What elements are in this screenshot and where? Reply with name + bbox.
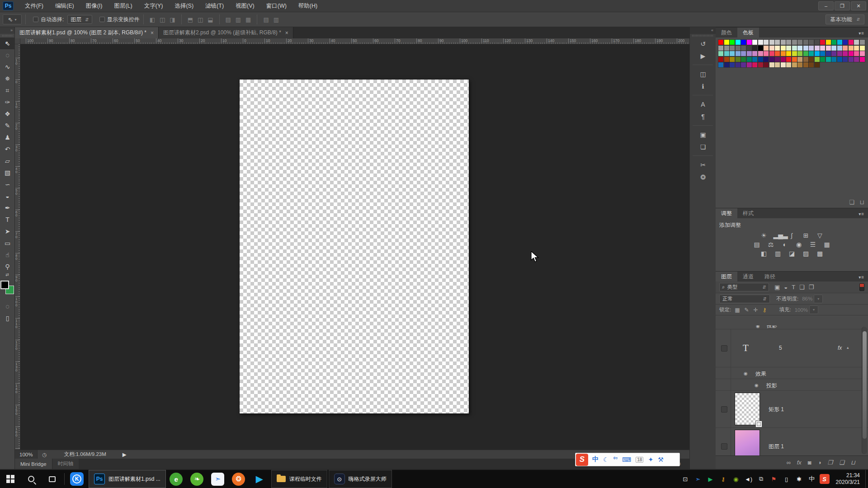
color-swatch[interactable] — [792, 51, 797, 56]
close-tab-icon[interactable]: × — [285, 30, 288, 36]
color-swatch[interactable] — [826, 57, 831, 62]
layer-filter-icon[interactable]: ❐ — [809, 284, 814, 291]
start-button[interactable] — [0, 470, 21, 488]
tab-styles[interactable]: 样式 — [737, 208, 759, 218]
zoom-tool[interactable]: ⚲ — [0, 261, 15, 272]
show-desktop-button[interactable] — [865, 470, 868, 488]
notes-panel-icon[interactable]: ❏ — [690, 141, 716, 153]
adjustment-icon[interactable]: ▽ — [816, 232, 825, 239]
color-swatch[interactable] — [820, 40, 825, 45]
color-swatch[interactable] — [786, 62, 791, 67]
color-swatch[interactable] — [849, 51, 854, 56]
tray-battery[interactable]: ▯ — [782, 474, 792, 484]
color-swatch[interactable] — [747, 57, 752, 62]
marquee-tool[interactable]: ◌ — [0, 49, 15, 61]
adjustment-icon[interactable]: ☀ — [760, 232, 769, 239]
color-swatch[interactable] — [769, 51, 774, 56]
panel-menu-icon[interactable]: ▾≡ — [859, 275, 864, 280]
color-swatch[interactable] — [752, 46, 757, 51]
lasso-tool[interactable]: ∿ — [0, 61, 15, 73]
color-swatch[interactable] — [815, 40, 820, 45]
color-swatch[interactable] — [724, 46, 729, 51]
color-swatch[interactable] — [849, 40, 854, 45]
color-swatch[interactable] — [769, 46, 774, 51]
layers-action-icon[interactable]: ❏ — [839, 459, 844, 466]
color-swatch[interactable] — [826, 46, 831, 51]
layer-filter-icon[interactable]: ◒ — [784, 284, 788, 291]
color-swatch[interactable] — [831, 57, 836, 62]
color-swatch[interactable] — [747, 46, 752, 51]
dodge-tool[interactable]: ◒ — [0, 190, 15, 202]
paragraph-panel-icon[interactable]: ¶ — [690, 110, 716, 122]
color-swatch[interactable] — [837, 57, 842, 62]
auto-select-checkbox[interactable] — [33, 17, 38, 22]
character-panel-icon[interactable]: A — [690, 98, 716, 110]
color-swatch[interactable] — [736, 46, 741, 51]
color-swatch[interactable] — [741, 46, 746, 51]
color-swatch[interactable] — [803, 57, 808, 62]
panel-grip[interactable] — [692, 35, 713, 37]
lock-icon[interactable]: ✛ — [754, 307, 758, 313]
adjustment-icon[interactable]: ▤ — [752, 241, 761, 248]
color-swatch[interactable] — [803, 46, 808, 51]
color-swatch[interactable] — [781, 40, 786, 45]
color-swatch[interactable] — [730, 62, 735, 67]
brush-tool[interactable]: ✎ — [0, 120, 15, 131]
restore-button[interactable]: ❐ — [835, 1, 850, 10]
taskbar-task-folder[interactable]: 课程临时文件 — [271, 470, 327, 488]
magic-wand-tool[interactable]: ✵ — [0, 73, 15, 84]
color-swatch[interactable] — [758, 46, 763, 51]
adjustment-icon[interactable]: ◪ — [788, 250, 797, 257]
color-swatch[interactable] — [747, 51, 752, 56]
adjustment-icon[interactable]: ◐ — [780, 241, 789, 248]
color-swatch[interactable] — [815, 46, 820, 51]
color-swatch[interactable] — [837, 51, 842, 56]
clone-source-panel-icon[interactable]: ✂ — [690, 159, 716, 171]
swap-colors-icon[interactable]: ⇄ — [0, 272, 14, 278]
expand-panels-icon[interactable]: « — [690, 27, 716, 34]
status-expand-icon[interactable]: ▶ — [123, 451, 127, 458]
color-swatch[interactable] — [775, 40, 780, 45]
taskbar-task-recorder[interactable]: ⊙ 嗨格式录屏大师 — [329, 470, 392, 488]
visibility-eye-icon[interactable]: ◉ — [755, 383, 759, 388]
visibility-checkbox[interactable] — [721, 345, 727, 352]
ime-mode-zh[interactable]: 中 — [592, 455, 599, 464]
adjustment-icon[interactable]: ∫ — [788, 232, 797, 239]
sogou-browser[interactable]: ❂ — [228, 470, 249, 488]
color-swatch[interactable] — [786, 51, 791, 56]
color-swatch[interactable] — [792, 57, 797, 62]
lock-icon[interactable]: ▦ — [735, 307, 740, 313]
color-swatch[interactable] — [815, 57, 820, 62]
color-swatch[interactable] — [764, 51, 769, 56]
color-swatch[interactable] — [764, 57, 769, 62]
task-view-button[interactable] — [42, 470, 62, 488]
color-swatch[interactable] — [860, 51, 865, 56]
panel-grip[interactable] — [2, 35, 12, 37]
color-swatch[interactable] — [815, 62, 820, 67]
color-swatch[interactable] — [758, 57, 763, 62]
menu-layer[interactable]: 图层(L) — [108, 0, 138, 12]
color-swatch[interactable] — [809, 46, 814, 51]
adjustment-icon[interactable]: ▥ — [774, 250, 783, 257]
ime-skin-icon[interactable]: ✦ — [648, 456, 653, 463]
color-swatch[interactable] — [724, 51, 729, 56]
menu-view[interactable]: 视图(V) — [230, 0, 260, 12]
color-swatch[interactable] — [769, 57, 774, 62]
color-swatch[interactable] — [831, 46, 836, 51]
adjustment-icon[interactable]: ▨ — [802, 250, 811, 257]
color-swatch[interactable] — [730, 40, 735, 45]
tencent-video[interactable]: ▶ — [249, 470, 270, 488]
tab-channels[interactable]: 通道 — [737, 272, 759, 282]
visibility-eye-icon[interactable]: ◉ — [744, 371, 748, 376]
layer-filter-icon[interactable]: T — [792, 284, 795, 291]
color-swatch[interactable] — [736, 62, 741, 67]
layer-row-rectangle-1[interactable]: 矩形 1 — [716, 391, 868, 428]
layers-action-icon[interactable]: ◑ — [818, 459, 821, 466]
pen-tool[interactable]: ✒ — [0, 202, 15, 214]
color-swatch[interactable] — [781, 57, 786, 62]
adjustment-icon[interactable]: ⊞ — [802, 232, 811, 239]
visibility-eye-icon[interactable]: ◉ — [756, 325, 760, 328]
horizontal-ruler[interactable]: 1009080706050403020100102030405060708090… — [20, 38, 689, 44]
color-swatch[interactable] — [849, 57, 854, 62]
ime-punctuation-icon[interactable]: °’ — [613, 456, 618, 463]
